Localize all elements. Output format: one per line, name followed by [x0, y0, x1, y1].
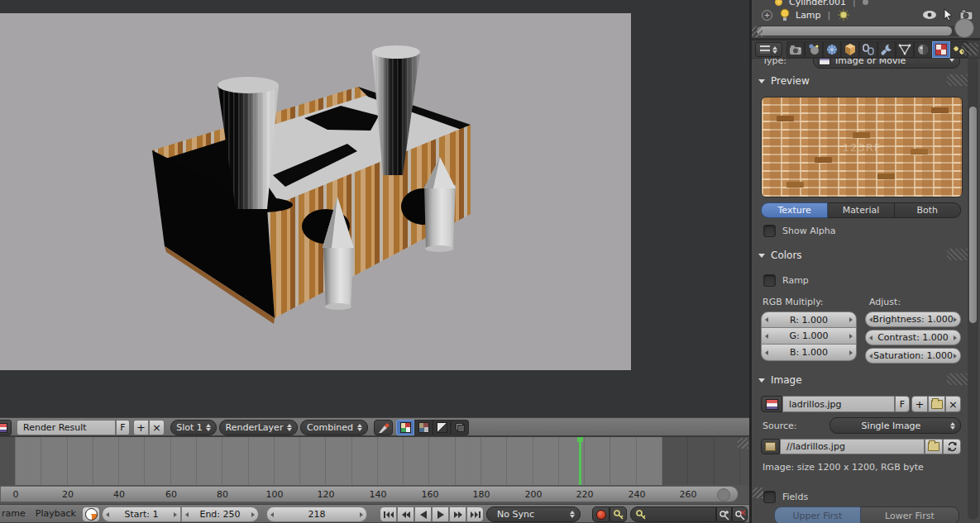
tab-modifiers[interactable]: [877, 41, 896, 58]
sync-dropdown[interactable]: No Sync: [486, 506, 581, 522]
lamp-data-icon[interactable]: [837, 8, 850, 21]
image-path-field[interactable]: //ladrillos.jpg: [780, 439, 925, 454]
fake-user-button[interactable]: F: [116, 420, 130, 435]
draw-zbuffer-button[interactable]: [451, 420, 469, 435]
outliner-vscrollbar-nub[interactable]: [954, 18, 974, 38]
timeline-scrollbar[interactable]: 020406080100120140160180200220240260: [0, 486, 739, 502]
show-alpha-checkbox[interactable]: [763, 225, 776, 237]
tab-object[interactable]: [841, 41, 859, 58]
selectable-cursor-icon[interactable]: [943, 8, 954, 21]
image-panel-header[interactable]: Image: [758, 373, 802, 387]
tab-world[interactable]: [823, 41, 841, 58]
show-alpha-row[interactable]: Show Alpha: [763, 224, 835, 237]
outliner-resize-corner[interactable]: [752, 26, 762, 37]
render-pass-dropdown[interactable]: Combined: [300, 420, 368, 435]
tab-render[interactable]: [786, 41, 805, 58]
new-image-button[interactable]: +: [133, 420, 149, 435]
image-datablock-icon-button[interactable]: [0, 420, 12, 435]
header-resize-hatch[interactable]: [962, 43, 978, 55]
timeline-canvas[interactable]: [0, 436, 749, 485]
b-multiply-slider[interactable]: B: 1.000: [761, 345, 857, 361]
increment-arrow-icon[interactable]: [360, 512, 363, 517]
tab-texture[interactable]: [932, 41, 950, 58]
draw-alpha-button[interactable]: [433, 420, 451, 435]
preview-range-button[interactable]: [82, 506, 100, 522]
unlink-image-button[interactable]: ×: [149, 420, 165, 435]
auto-keying-set-button[interactable]: [610, 506, 627, 522]
properties-vscrollbar-trough[interactable]: [968, 57, 978, 520]
tab-constraints[interactable]: [859, 41, 877, 58]
draw-paint-button[interactable]: [414, 420, 433, 435]
visibility-eye-icon[interactable]: [922, 10, 937, 20]
outliner-hscrollbar-handle[interactable]: [757, 26, 952, 36]
ramp-row[interactable]: Ramp: [763, 273, 809, 287]
play-button[interactable]: [432, 506, 449, 522]
playback-menu[interactable]: Playback: [31, 508, 81, 519]
image-paint-toggle[interactable]: [374, 420, 393, 435]
active-keying-set-field[interactable]: [630, 506, 716, 522]
play-reverse-button[interactable]: [414, 506, 432, 522]
next-keyframe-button[interactable]: [449, 506, 466, 522]
frame-menu[interactable]: rame: [0, 508, 31, 519]
expand-icon[interactable]: +: [762, 10, 772, 21]
upper-first-button[interactable]: Upper First: [774, 506, 861, 523]
image-name-field[interactable]: ladrillos.jpg: [782, 396, 895, 412]
image-new-button[interactable]: +: [911, 396, 928, 412]
preview-panel-header[interactable]: Preview: [758, 74, 810, 88]
previous-keyframe-button[interactable]: [397, 506, 414, 522]
properties-resize-corner[interactable]: [753, 487, 763, 498]
playhead-line[interactable]: [579, 437, 581, 486]
path-source-icon-button[interactable]: [761, 439, 780, 454]
fields-checkbox[interactable]: [763, 491, 776, 503]
render-image-canvas[interactable]: [0, 13, 631, 370]
delete-keyframe-button[interactable]: [732, 506, 748, 522]
preview-material-button[interactable]: Material: [828, 202, 894, 218]
image-browse-button[interactable]: [761, 396, 782, 412]
increment-arrow-icon[interactable]: [174, 512, 177, 517]
insert-keyframe-button[interactable]: [716, 506, 732, 522]
preview-texture-button[interactable]: Texture: [761, 202, 828, 218]
image-open-button[interactable]: [928, 396, 945, 412]
g-multiply-slider[interactable]: G: 1.000: [761, 328, 857, 345]
preview-both-button[interactable]: Both: [895, 202, 961, 218]
render-result-name-field[interactable]: Render Result: [17, 420, 116, 435]
current-frame-field[interactable]: 218: [266, 506, 367, 522]
editor-type-selector[interactable]: [755, 42, 782, 57]
timeline-ruler[interactable]: 020406080100120140160180200220240260: [0, 485, 749, 504]
source-dropdown[interactable]: Single Image: [829, 417, 961, 434]
scrollbar-handle-nub[interactable]: [717, 488, 730, 502]
frame-end-field[interactable]: End: 250: [181, 506, 259, 522]
properties-vscrollbar-handle[interactable]: [969, 107, 977, 323]
image-fake-user-button[interactable]: F: [895, 396, 910, 412]
path-open-button[interactable]: [925, 439, 943, 454]
panel-drag-hatch[interactable]: [947, 249, 968, 260]
jump-to-end-button[interactable]: [466, 506, 484, 522]
timeline-resize-corner[interactable]: [738, 438, 748, 449]
panel-drag-hatch[interactable]: [947, 373, 968, 385]
auto-keyframe-record-button[interactable]: [592, 506, 610, 522]
lower-first-button[interactable]: Lower First: [861, 506, 959, 523]
playhead-top-nub[interactable]: [577, 437, 583, 442]
outliner-hscrollbar-trough[interactable]: [755, 26, 963, 36]
panel-drag-hatch[interactable]: [947, 74, 968, 86]
tab-scene[interactable]: [805, 41, 823, 58]
image-unlink-button[interactable]: ×: [945, 396, 961, 412]
draw-image-button[interactable]: [396, 420, 414, 435]
saturation-slider[interactable]: Saturation: 1.000: [865, 348, 961, 364]
ramp-checkbox[interactable]: [763, 274, 776, 287]
fields-row[interactable]: Fields: [763, 490, 808, 503]
r-multiply-slider[interactable]: R: 1.000: [761, 311, 857, 328]
render-layer-dropdown[interactable]: RenderLayer: [219, 420, 298, 435]
tab-object-data[interactable]: [896, 41, 914, 58]
path-reload-button[interactable]: [943, 439, 961, 454]
brightness-slider[interactable]: Brightness: 1.000: [865, 311, 961, 327]
jump-to-start-button[interactable]: [380, 506, 397, 522]
disclosure-triangle-icon: [758, 254, 765, 258]
frame-start-field[interactable]: Start: 1: [102, 506, 181, 522]
tab-material[interactable]: [914, 41, 932, 58]
increment-arrow-icon[interactable]: [251, 512, 255, 517]
slot-dropdown[interactable]: Slot 1: [170, 420, 217, 435]
colors-panel-header[interactable]: Colors: [758, 249, 802, 262]
contrast-slider[interactable]: Contrast: 1.000: [865, 330, 961, 345]
checker-pencil-icon: [418, 422, 429, 433]
